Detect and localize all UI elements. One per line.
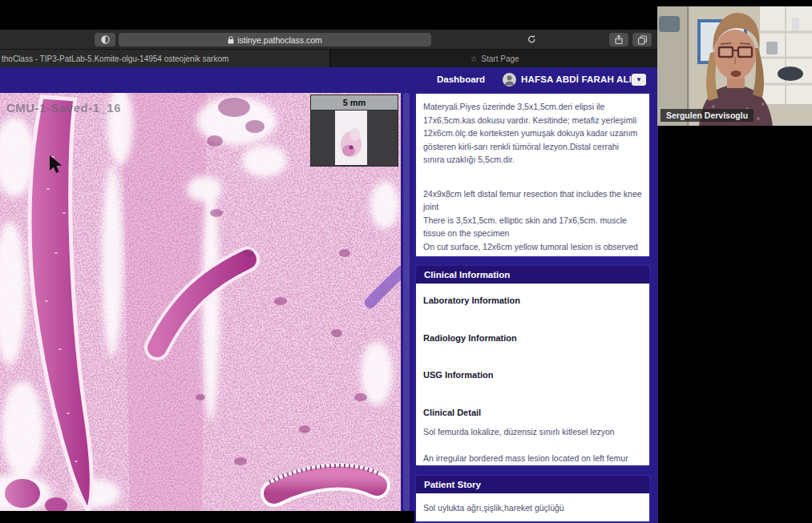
tab-overview-button[interactable] xyxy=(632,33,652,46)
user-menu-button[interactable]: ▼ xyxy=(632,74,646,86)
user-avatar[interactable] xyxy=(503,73,516,86)
patient-story-header[interactable]: Patient Story xyxy=(416,476,649,493)
browser-window: istinye.pathoclass.com xyxy=(0,30,658,523)
user-name: HAFSA ABDİ FARAH ALI xyxy=(521,74,632,84)
tab-start-page[interactable]: ☆ Start Page xyxy=(331,50,658,67)
clinical-detail-label: Clinical Detail xyxy=(423,408,481,417)
url-text: istinye.pathoclass.com xyxy=(237,35,322,45)
lock-icon xyxy=(228,36,234,44)
bottom-letterbox xyxy=(0,511,414,523)
pathoclass-page: Dashboard HAFSA ABDİ FARAH ALI ▼ xyxy=(0,67,658,523)
webcam-video-frame xyxy=(657,6,812,126)
macroscopy-report-card: Materyali.Piyes üzerinde 3,5x1,5cm.deri … xyxy=(414,92,651,258)
participant-name-label: Sergulen Dervisoglu xyxy=(661,109,753,122)
tab-title: Start Page xyxy=(481,54,519,63)
clinical-information-header[interactable]: Clinical Information xyxy=(416,266,649,284)
radiology-information-label: Radiology Information xyxy=(423,333,517,343)
screen: istinye.pathoclass.com xyxy=(0,0,812,523)
reload-icon[interactable] xyxy=(527,34,536,44)
person-icon xyxy=(503,73,516,86)
tab-pathoclass[interactable]: thoClass - TIP3-PatLab-5.Komite-olgu-149… xyxy=(0,50,330,67)
share-icon xyxy=(614,34,624,45)
tabs-icon xyxy=(637,34,648,45)
clinical-detail-turkish: Sol femurda lokalize, düzensiz sınırlı k… xyxy=(423,427,615,437)
webcam-video-tile: Sergulen Dervisoglu xyxy=(657,6,812,126)
scale-bar: 5 mm xyxy=(310,95,398,111)
viewer-scrollbar[interactable] xyxy=(403,93,410,511)
browser-tab-bar: thoClass - TIP3-PatLab-5.Komite-olgu-149… xyxy=(0,50,658,67)
browser-toolbar: istinye.pathoclass.com xyxy=(0,30,658,50)
usg-information-label: USG Information xyxy=(423,370,493,380)
clinical-information-card: Clinical Information Laboratory Informat… xyxy=(414,264,651,467)
laboratory-information-label: Laboratory Information xyxy=(423,296,520,305)
slide-watermark: CMU-1-Saved-1_16 xyxy=(6,101,121,115)
share-button[interactable] xyxy=(609,33,628,46)
clinical-detail-english: An irregular bordered mass lesion locate… xyxy=(423,453,628,463)
chevron-down-icon: ▼ xyxy=(636,76,642,83)
privacy-shield-icon xyxy=(100,34,111,45)
star-icon: ☆ xyxy=(470,54,477,63)
patient-story-text: Sol uylukta ağrı,şişlik,hareket güçlüğü xyxy=(423,503,564,513)
scale-label: 5 mm xyxy=(343,98,366,107)
tab-title: thoClass - TIP3-PatLab-5.Komite-olgu-149… xyxy=(0,54,228,63)
report-text-english: 24x9x8cm left distal femur resection tha… xyxy=(423,187,642,259)
report-text-turkish: Materyali.Piyes üzerinde 3,5x1,5cm.deri … xyxy=(423,100,642,167)
privacy-report-button[interactable] xyxy=(95,33,115,46)
slide-overview-thumbnail[interactable] xyxy=(310,111,398,167)
patient-story-card: Patient Story Sol uylukta ağrı,şişlik,ha… xyxy=(414,474,651,523)
thumbnail-tissue xyxy=(311,111,399,167)
scale-widget: 5 mm xyxy=(310,95,398,167)
nav-dashboard-link[interactable]: Dashboard xyxy=(437,74,485,84)
address-bar[interactable]: istinye.pathoclass.com xyxy=(119,33,431,46)
